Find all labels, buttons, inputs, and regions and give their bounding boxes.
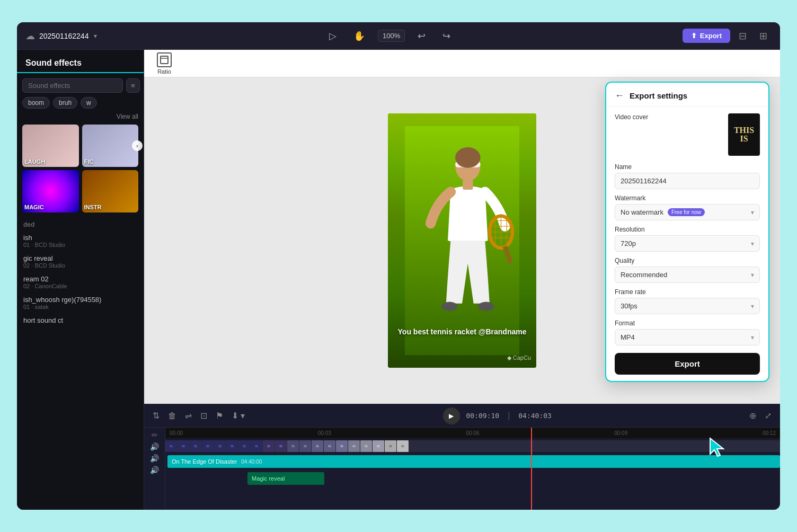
media-card-laugh[interactable]: LAUGH — [22, 125, 79, 167]
audio-main-track[interactable]: On The Edge Of Disaster 04:40:00 — [167, 455, 780, 468]
video-frame: IS — [190, 440, 201, 452]
split-tool-button[interactable]: ⇅ — [150, 409, 162, 423]
expand-button[interactable]: ⤢ — [763, 409, 774, 423]
video-cover-thumb[interactable]: THIS IS — [728, 113, 760, 156]
svg-point-16 — [441, 302, 457, 311]
video-frame: IS — [336, 440, 348, 452]
audio-main-duration: 04:40:00 — [241, 459, 262, 465]
video-frame: IS — [226, 440, 238, 452]
list-item[interactable]: hort sound ct — [17, 313, 144, 327]
resolution-field-label: Resolution — [615, 226, 760, 233]
track-pen-button[interactable]: ✏ — [146, 430, 163, 440]
filter-button[interactable]: ≡ — [126, 78, 140, 93]
ratio-button[interactable]: Ratio — [150, 50, 178, 77]
sidebar-search-row: ≡ — [17, 74, 144, 97]
list-item[interactable]: ream 02 02 · CanonCable — [17, 272, 144, 292]
ruler-mark: 00:00 — [170, 430, 183, 436]
download-button[interactable]: ⬇ ▾ — [229, 409, 247, 423]
video-frame: IS — [287, 440, 299, 452]
video-cover-label: Video cover — [615, 113, 648, 121]
tl-right: ⊕ ⤢ — [747, 409, 774, 423]
sidebar-list: ded ish 01 · BCD Studio gic reveal 02 · … — [17, 217, 144, 510]
list-section-label: ded — [17, 219, 144, 230]
list-item[interactable]: gic reveal 02 · BCD Studio — [17, 251, 144, 272]
panel-button[interactable]: ⊟ — [734, 28, 751, 44]
list-item[interactable]: ish 01 · BCD Studio — [17, 230, 144, 251]
ruler-mark: 00:09 — [614, 430, 627, 436]
delete-button[interactable]: 🗑 — [166, 409, 179, 423]
format-select[interactable]: MP4 ▾ — [615, 329, 760, 345]
timeline-tracks: ✏ 🔊 🔊 🔊 00:00 00:03 00:06 00:09 — [144, 428, 780, 510]
framerate-chevron-icon: ▾ — [751, 303, 754, 310]
track-vol-button-2[interactable]: 🔊 — [146, 453, 163, 464]
tag-w[interactable]: w — [81, 97, 97, 109]
audio-sub-track[interactable]: Magic reveal — [247, 472, 324, 485]
timeline-controls: ⇅ 🗑 ⇌ ⊡ ⚑ ⬇ ▾ ▶ 00:09:10 | 04:40:03 ⊕ ⤢ — [144, 404, 780, 428]
left-sidebar: Sound effects ≡ boom bruh w View all LAU… — [17, 50, 144, 510]
split-button[interactable]: ⊞ — [755, 28, 772, 44]
total-time: 04:40:03 — [518, 412, 552, 420]
clip-split-button[interactable]: ⇌ — [183, 409, 194, 423]
timeline-area: ⇅ 🗑 ⇌ ⊡ ⚑ ⬇ ▾ ▶ 00:09:10 | 04:40:03 ⊕ ⤢ — [144, 404, 780, 510]
ruler-mark: 00:12 — [763, 430, 776, 436]
video-track[interactable]: IS IS IS IS IS IS IS IS IS IS IS — [165, 440, 780, 452]
tag-row: boom bruh w — [17, 97, 144, 113]
framerate-select[interactable]: 30fps ▾ — [615, 298, 760, 314]
timeline-ruler: 00:00 00:03 00:06 00:09 00:12 — [165, 428, 780, 438]
view-all-link[interactable]: View all — [17, 113, 144, 125]
video-cover-label-group: Video cover — [615, 113, 648, 123]
tag-bruh[interactable]: bruh — [53, 97, 77, 109]
video-frame: IS — [275, 440, 287, 452]
video-frame: IS — [324, 440, 335, 452]
project-dropdown-icon[interactable]: ▾ — [94, 32, 97, 40]
play-button[interactable]: ▶ — [443, 407, 460, 424]
flag-button[interactable]: ⚑ — [214, 409, 225, 423]
video-frame: IS — [238, 440, 250, 452]
track-vol-button-3[interactable]: 🔊 — [146, 465, 163, 475]
hand-tool-button[interactable]: ✋ — [349, 28, 369, 44]
export-icon: ⬆ — [691, 32, 697, 40]
quality-select[interactable]: Recommended ▾ — [615, 267, 760, 283]
name-field-input[interactable] — [615, 173, 760, 189]
video-frame: IS — [165, 440, 177, 452]
media-card-fic[interactable]: FIC — [82, 125, 139, 167]
list-item-sub: 01 · satak — [23, 304, 137, 310]
search-input[interactable] — [22, 78, 123, 93]
video-frame: IS — [251, 440, 262, 452]
export-panel-body: Video cover THIS IS Name Watermark No wa… — [606, 107, 768, 381]
watermark-select[interactable]: No watermark Free for now ▾ — [615, 204, 760, 220]
format-chevron-icon: ▾ — [751, 334, 754, 341]
playhead[interactable] — [531, 428, 532, 510]
list-item[interactable]: ish_whoosh rge)(794558) 01 · satak — [17, 292, 144, 313]
export-button[interactable]: ⬆ Export — [683, 29, 730, 43]
redo-button[interactable]: ↪ — [438, 28, 455, 44]
media-card-magic[interactable]: MAGIC — [22, 170, 79, 212]
keyframe-button[interactable]: ⊡ — [198, 409, 209, 423]
back-button[interactable]: ← — [615, 90, 624, 101]
export-panel-title: Export settings — [630, 91, 687, 100]
project-name[interactable]: 202501162244 — [39, 32, 88, 40]
sidebar-title: Sound effects — [17, 50, 144, 73]
framerate-field-label: Frame rate — [615, 288, 760, 296]
media-grid: LAUGH FIC › MAGIC INSTR — [17, 125, 144, 217]
next-page-button[interactable]: › — [132, 140, 143, 151]
resolution-select[interactable]: 720p ▾ — [615, 235, 760, 252]
media-card-instr[interactable]: INSTR — [82, 170, 139, 212]
export-action-button[interactable]: Export — [615, 353, 760, 375]
add-track-button[interactable]: ⊕ — [747, 409, 758, 423]
cloud-icon: ☁ — [25, 30, 35, 42]
svg-point-5 — [455, 147, 481, 168]
quality-value-text: Recommended — [621, 271, 667, 279]
cover-text-this: THIS — [734, 126, 754, 135]
format-field-label: Format — [615, 320, 760, 327]
video-frame: IS — [202, 440, 214, 452]
video-overlay-text: You best tennis racket @Brandname — [398, 327, 527, 336]
ratio-label: Ratio — [157, 68, 171, 75]
top-bar-right: ⬆ Export ⊟ ⊞ — [683, 28, 772, 44]
cursor-tool-button[interactable]: ▷ — [325, 28, 341, 44]
undo-button[interactable]: ↩ — [413, 28, 430, 44]
track-vol-button-1[interactable]: 🔊 — [146, 441, 163, 452]
zoom-display[interactable]: 100% — [378, 30, 405, 42]
ruler-mark: 00:06 — [466, 430, 479, 436]
tag-boom[interactable]: boom — [22, 97, 50, 109]
